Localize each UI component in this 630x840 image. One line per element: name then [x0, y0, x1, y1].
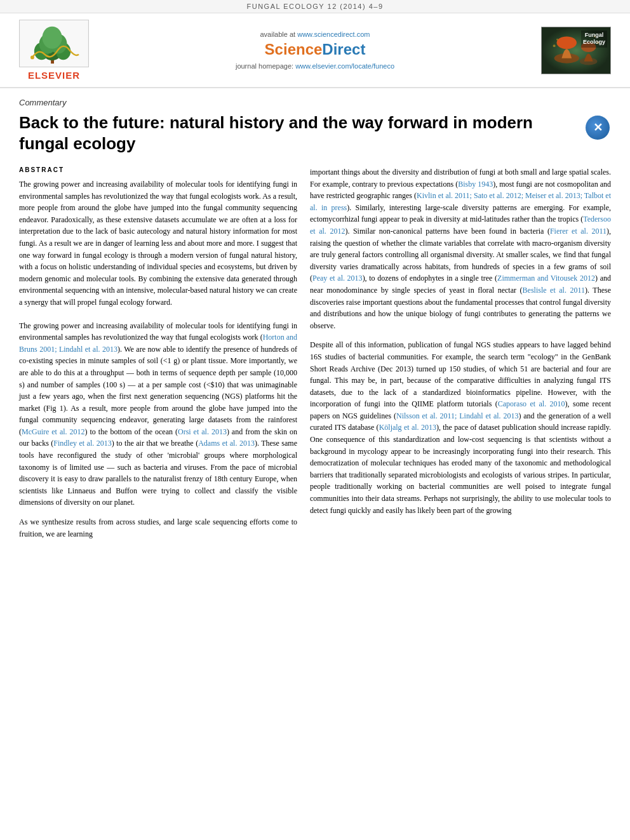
ref-adams[interactable]: Adams et al. 2013: [198, 439, 255, 448]
sd-science: Science: [265, 41, 323, 58]
ref-beslisle[interactable]: Beslisle et al. 2011: [523, 286, 585, 295]
ref-orsi[interactable]: Orsi et al. 2013: [178, 427, 227, 436]
two-column-layout: ABSTRACT The growing power and increasin…: [19, 166, 611, 547]
journal-logo-image: FungalEcology: [541, 27, 611, 74]
ref-fierer[interactable]: Fierer et al. 2011: [550, 227, 607, 236]
journal-logo-text-overlay: FungalEcology: [581, 30, 607, 48]
ref-kivlin[interactable]: Kivlin et al. 2011; Sato et al. 2012; Me…: [310, 191, 611, 212]
fungal-ecology-logo: FungalEcology: [535, 27, 617, 74]
svg-point-8: [30, 55, 34, 59]
abstract-heading: ABSTRACT: [19, 166, 297, 173]
elsevier-logo: ELSEVIER: [13, 20, 95, 81]
right-body-text: important things about the diversity and…: [310, 166, 611, 516]
right-para-1: important things about the diversity and…: [310, 166, 611, 331]
elsevier-label: ELSEVIER: [28, 70, 80, 81]
header-center: available at www.sciencedirect.com Scien…: [95, 30, 535, 70]
ref-zimmerman[interactable]: Zimmerman and Vitousek 2012: [497, 274, 595, 283]
body-text-left: The growing power and increasing availab…: [19, 320, 297, 540]
crossmark-circle: ✕: [586, 116, 610, 140]
body-para-1: The growing power and increasing availab…: [19, 320, 297, 509]
journal-header-bar: FUNGAL ECOLOGY 12 (2014) 4–9: [0, 0, 630, 13]
article-title-row: Back to the future: natural history and …: [19, 112, 611, 154]
article-type: Commentary: [19, 98, 611, 107]
ref-horton-bruns[interactable]: Horton and Bruns 2001; Lindahl et al. 20…: [19, 333, 297, 354]
crossmark-badge[interactable]: ✕: [586, 116, 611, 141]
journal-url-link[interactable]: www.elsevier.com/locate/funeco: [295, 62, 394, 70]
sciencedirect-logo: ScienceDirect: [108, 41, 522, 58]
article-content: Commentary Back to the future: natural h…: [0, 88, 630, 560]
sciencedirect-url[interactable]: www.sciencedirect.com: [297, 30, 370, 38]
abstract-section: ABSTRACT The growing power and increasin…: [19, 166, 297, 309]
svg-point-14: [553, 44, 556, 47]
ref-mcguire[interactable]: McGuire et al. 2012: [22, 427, 85, 436]
article-title: Back to the future: natural history and …: [19, 112, 576, 154]
journal-header: ELSEVIER available at www.sciencedirect.…: [0, 13, 630, 88]
left-column: ABSTRACT The growing power and increasin…: [19, 166, 297, 547]
svg-point-7: [43, 27, 62, 49]
crossmark-icon: ✕: [593, 121, 603, 135]
journal-homepage: journal homepage: www.elsevier.com/locat…: [108, 62, 522, 70]
available-at-text: available at www.sciencedirect.com: [108, 30, 522, 38]
svg-point-15: [556, 38, 558, 40]
ref-koljalg[interactable]: Köljalg et al. 2013: [379, 423, 436, 432]
body-para-2: As we synthesize results from across stu…: [19, 516, 297, 540]
abstract-text: The growing power and increasing availab…: [19, 178, 297, 309]
sd-direct: Direct: [322, 41, 365, 58]
body-section-left: The growing power and increasing availab…: [19, 320, 297, 540]
ref-bisby[interactable]: Bisby 1943: [458, 180, 493, 189]
right-column: important things about the diversity and…: [310, 166, 611, 547]
right-para-2: Despite all of this information, publica…: [310, 339, 611, 516]
journal-citation: FUNGAL ECOLOGY 12 (2014) 4–9: [246, 3, 383, 10]
svg-point-11: [557, 36, 577, 49]
ref-peay[interactable]: Peay et al. 2013: [312, 274, 363, 283]
ref-nilsson[interactable]: Nilsson et al. 2011; Lindahl et al. 2013: [396, 411, 518, 420]
elsevier-tree-icon: [19, 20, 89, 67]
ref-findley[interactable]: Findley et al. 2013: [53, 439, 111, 448]
ref-caporaso[interactable]: Caporaso et al. 2010: [498, 399, 565, 408]
